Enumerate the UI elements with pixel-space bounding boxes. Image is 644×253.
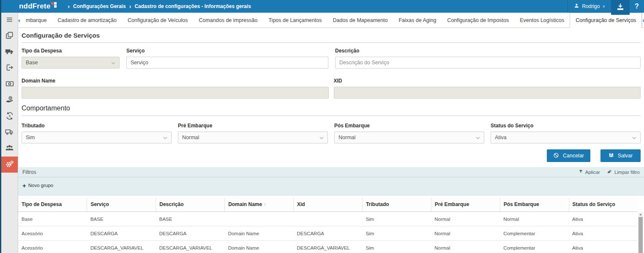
sidebar-item-payments[interactable]: $ [1, 92, 18, 108]
sidebar-item-billing[interactable] [1, 76, 18, 92]
sidebar: $ $ [1, 13, 18, 253]
cell: DESCARGA [294, 226, 363, 241]
xid-label: XID [334, 78, 641, 84]
col-header-pre-embarque[interactable]: Pré Embarque [431, 198, 500, 212]
topbar-right: Rodrigo ∨ ? [568, 0, 644, 13]
col-header-xid[interactable]: Xid [294, 198, 363, 212]
logo-text: nddFrete [19, 1, 50, 12]
form-row-1: Tipo da Despesa Base Serviço Descrição [22, 48, 641, 69]
tab-bar: ‹ mbarque Cadastro de amortização Config… [18, 13, 644, 28]
filters-panel: Filtros Aplicar Limpar filtro [18, 167, 644, 196]
servico-input[interactable] [126, 57, 328, 69]
tipo-despesa-value: Base [26, 60, 38, 66]
cell: BASE [87, 212, 156, 226]
tab-comandos-impressao[interactable]: Comandos de impressão [193, 13, 263, 28]
tab-dados-mapeamento[interactable]: Dados de Mapeamento [327, 13, 393, 28]
tipo-despesa-select[interactable]: Base [22, 57, 120, 69]
save-label: Salvar [618, 153, 633, 159]
tributado-value: Sim [26, 135, 35, 140]
cancel-label: Cancelar [563, 153, 584, 159]
col-header-tipo-despesa[interactable]: Tipo de Despesa [18, 198, 87, 212]
sidebar-item-settings[interactable] [1, 157, 18, 173]
chevron-down-icon [632, 135, 636, 140]
sidebar-item-transport[interactable] [1, 44, 18, 60]
section-title-comportamento: Comportamento [22, 99, 641, 116]
cell: Ativa [569, 212, 638, 226]
sidebar-item-money-exchange[interactable]: $ [1, 108, 18, 124]
breadcrumb: › Configurações Gerais › Cadastro de con… [68, 3, 251, 10]
field-status-servico: Status do Serviço Ativa [491, 123, 641, 143]
pos-embarque-label: Pós Embarque [334, 123, 484, 129]
cell [225, 212, 294, 226]
sidebar-item-documents[interactable] [1, 28, 18, 44]
field-tipo-despesa: Tipo da Despesa Base [22, 48, 120, 69]
col-header-pos-embarque[interactable]: Pós Embarque [500, 198, 569, 212]
help-button[interactable]: ? [630, 0, 644, 13]
right-column: ‹ mbarque Cadastro de amortização Config… [18, 13, 644, 253]
download-button[interactable] [611, 0, 630, 15]
cell: DESCARGA_VARIAVEL [294, 241, 363, 253]
app-logo[interactable]: nddFrete [19, 1, 57, 12]
tab-configuracao-veiculos[interactable]: Configuração de Veículos [122, 13, 193, 28]
tributado-select[interactable]: Sim [22, 132, 172, 143]
table-scrollbar[interactable]: ▲ [638, 212, 643, 253]
domain-name-input [22, 87, 329, 99]
apply-filter-label: Aplicar [585, 170, 600, 175]
save-icon [609, 152, 614, 159]
user-name: Rodrigo [582, 3, 600, 9]
cell: Normal [431, 226, 500, 241]
col-header-domain-name[interactable]: Domain Name↑ [225, 198, 294, 212]
col-header-tributado[interactable]: Tributado [362, 198, 431, 212]
col-header-servico[interactable]: Serviço [87, 198, 156, 212]
xid-input [334, 87, 641, 99]
table-row[interactable]: Base BASE BASE Sim Normal Normal Ativa [18, 212, 638, 226]
tab-configuracao-impostos[interactable]: Configuração de Impostos [442, 13, 514, 28]
cell: Sim [362, 212, 431, 226]
sidebar-item-fleet[interactable] [1, 124, 18, 140]
apply-filter-button[interactable]: Aplicar [579, 169, 600, 175]
eraser-icon [607, 169, 612, 175]
tab-embarque[interactable]: mbarque [20, 13, 52, 28]
clear-filter-label: Limpar filtro [614, 170, 640, 175]
sidebar-menu-toggle[interactable] [1, 13, 18, 28]
tab-faixas-aging[interactable]: Faixas de Aging [393, 13, 442, 28]
descricao-input[interactable] [335, 57, 641, 69]
tab-eventos-logisticos[interactable]: Eventos Logísticos [514, 13, 570, 28]
col-header-descricao[interactable]: Descrição [156, 198, 225, 212]
cell: BASE [156, 212, 225, 226]
scroll-up-icon[interactable]: ▲ [638, 212, 643, 217]
topbar: nddFrete › Configurações Gerais › Cadast… [1, 0, 644, 13]
sidebar-item-users[interactable] [1, 140, 18, 157]
tab-configuracao-servicos[interactable]: Configuração de Serviços [570, 13, 642, 28]
pre-embarque-select[interactable]: Normal [178, 132, 328, 143]
app-window: nddFrete › Configurações Gerais › Cadast… [0, 0, 644, 253]
new-group-button[interactable]: + Novo grupo [22, 183, 53, 188]
pos-embarque-select[interactable]: Normal [334, 132, 484, 143]
tab-cadastro-amortizacao[interactable]: Cadastro de amortização [52, 13, 122, 28]
tab-scroll-right[interactable]: › [642, 13, 644, 28]
table-row[interactable]: Acessório DESCARGA_VARIAVEL DESCARGA_VAR… [18, 241, 638, 253]
plus-icon: + [22, 183, 26, 188]
clear-filter-button[interactable]: Limpar filtro [607, 169, 640, 175]
user-menu[interactable]: Rodrigo ∨ [568, 0, 611, 13]
breadcrumb-item-configuracoes-gerais[interactable]: Configurações Gerais [73, 3, 126, 9]
money-sync-icon: $ [5, 112, 14, 121]
col-header-status-servico[interactable]: Status do Serviço [569, 198, 638, 212]
field-domain-name: Domain Name [22, 78, 329, 99]
cancel-button[interactable]: Cancelar [547, 149, 590, 162]
tab-tipos-lancamentos[interactable]: Tipos de Lançamentos [263, 13, 327, 28]
pre-embarque-value: Normal [182, 135, 199, 140]
download-icon [616, 3, 625, 12]
cell: Normal [500, 212, 569, 226]
form-row-2: Domain Name XID [22, 78, 641, 99]
sidebar-item-export[interactable] [1, 60, 18, 76]
cell: Acessório [18, 241, 87, 253]
chevron-down-icon: ∨ [602, 4, 605, 8]
table-row[interactable]: Acessório DESCARGA DESCARGA Domain Name … [18, 226, 638, 241]
results-table-wrap: Tipo de Despesa Serviço Descrição Domain… [18, 198, 644, 253]
status-servico-label: Status do Serviço [491, 123, 641, 129]
cell: Domain Name [225, 226, 294, 241]
scrollbar-thumb[interactable] [639, 217, 643, 253]
status-servico-select[interactable]: Ativa [491, 132, 641, 143]
save-button[interactable]: Salvar [600, 149, 641, 162]
